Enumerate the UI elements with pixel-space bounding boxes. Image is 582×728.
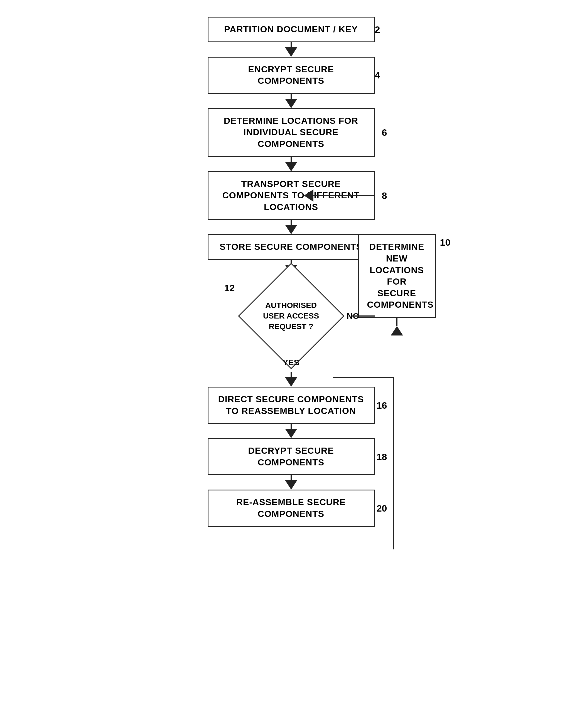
step-16-box: DIRECT SECURE COMPONENTSTO REASSEMBLY LO… — [208, 387, 375, 424]
arrow-8 — [285, 480, 297, 490]
arrow-1 — [285, 47, 297, 57]
step-4-number: 4 — [375, 70, 380, 81]
step-6-label: DETERMINE LOCATIONS FORINDIVIDUAL SECURE… — [224, 116, 358, 149]
step-2-number: 2 — [375, 24, 380, 35]
right-connector-8 — [304, 189, 375, 202]
step-10-number: 10 — [440, 237, 451, 248]
arrow-up-10 — [391, 326, 403, 336]
step-2-box: PARTITION DOCUMENT / KEY — [208, 17, 375, 42]
step-6-number: 6 — [382, 127, 387, 138]
arrow-4 — [285, 225, 297, 234]
step-4-label: ENCRYPT SECURECOMPONENTS — [248, 64, 334, 86]
step-20-box: RE-ASSEMBLE SECURECOMPONENTS — [208, 490, 375, 527]
v-line-10-down — [396, 318, 398, 326]
yes-section: YES — [208, 358, 375, 372]
step-8-number: 8 — [382, 190, 387, 201]
connector-2 — [290, 94, 292, 99]
step-16-label: DIRECT SECURE COMPONENTSTO REASSEMBLY LO… — [218, 394, 364, 416]
arrow-7 — [285, 429, 297, 438]
no-vertical-right — [393, 377, 394, 549]
step-18-label: DECRYPT SECURE COMPONENTS — [248, 446, 334, 467]
step-12-container: AUTHORISEDUSER ACCESSREQUEST ? 12 NO — [208, 274, 375, 358]
connector-8 — [290, 475, 292, 480]
step-2-label: PARTITION DOCUMENT / KEY — [224, 24, 358, 34]
connector-7 — [290, 424, 292, 429]
connector-3 — [290, 157, 292, 162]
arrow-2 — [285, 99, 297, 108]
step-6-box: DETERMINE LOCATIONS FORINDIVIDUAL SECURE… — [208, 108, 375, 157]
no-h-line — [352, 315, 375, 317]
connector-6 — [290, 372, 292, 377]
step-16-number: 16 — [377, 400, 387, 411]
no-connector — [352, 315, 375, 317]
store-label: STORE SECURE COMPONENTS — [220, 242, 362, 252]
step-18-number: 18 — [377, 451, 387, 462]
step-18-box: DECRYPT SECURE COMPONENTS — [208, 438, 375, 475]
arrow-3 — [285, 162, 297, 171]
connector-4 — [290, 220, 292, 225]
step-12-number: 12 — [224, 283, 235, 293]
step-20-label: RE-ASSEMBLE SECURECOMPONENTS — [236, 497, 346, 519]
yes-label: YES — [282, 358, 299, 367]
step-20-number: 20 — [377, 503, 387, 514]
arrow-left-8 — [304, 189, 313, 202]
flowchart: PARTITION DOCUMENT / KEY 2 ENCRYPT SECUR… — [124, 17, 458, 527]
connector-1 — [290, 42, 292, 47]
step-12-label: AUTHORISEDUSER ACCESSREQUEST ? — [255, 300, 327, 332]
step-4-box: ENCRYPT SECURECOMPONENTS — [208, 57, 375, 94]
no-horizontal-from-diamond — [333, 377, 394, 378]
store-box: STORE SECURE COMPONENTS — [208, 234, 375, 260]
h-line-8 — [313, 195, 375, 196]
step-10-label: DETERMINENEWLOCATIONSFOR SECURECOMPONENT… — [367, 242, 434, 310]
arrow-6 — [285, 377, 297, 387]
